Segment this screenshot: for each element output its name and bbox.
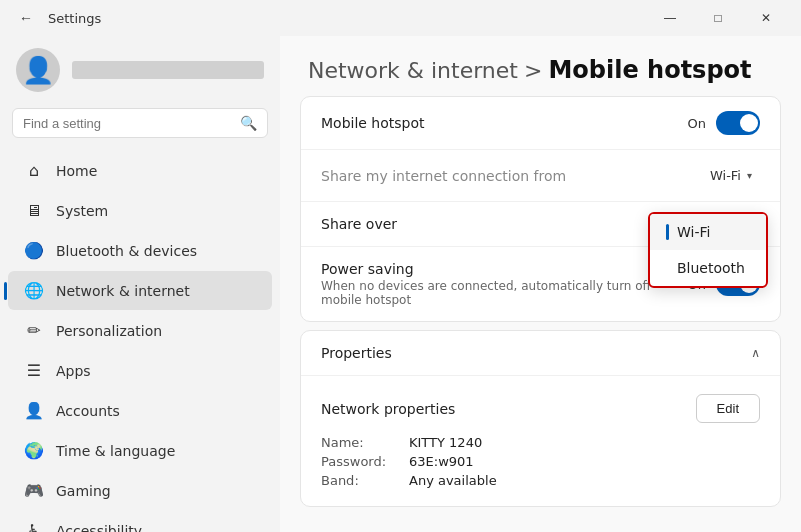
share-from-dropdown[interactable]: Wi-Fi ▾	[702, 164, 760, 187]
nav-list: ⌂ Home 🖥 System 🔵 Bluetooth & devices 🌐 …	[0, 146, 280, 532]
app-title: Settings	[48, 11, 101, 26]
search-icon: 🔍	[240, 115, 257, 131]
sidebar-item-network[interactable]: 🌐 Network & internet	[8, 271, 272, 310]
sidebar-item-label: Apps	[56, 363, 91, 379]
props-table: Name: KITTY 1240 Password: 63E:w901 Band…	[321, 435, 760, 496]
window-controls: — □ ✕	[647, 3, 789, 33]
properties-label: Properties	[321, 345, 392, 361]
prop-row-name: Name: KITTY 1240	[321, 435, 760, 450]
prop-val-name: KITTY 1240	[409, 435, 482, 450]
sidebar-item-label: Network & internet	[56, 283, 190, 299]
dropdown-option-bluetooth[interactable]: Bluetooth	[650, 250, 766, 286]
main-settings-card: Mobile hotspot On Share my internet conn…	[300, 96, 781, 322]
prop-val-password: 63E:w901	[409, 454, 474, 469]
sidebar-item-label: Personalization	[56, 323, 162, 339]
share-over-row: Share over Wi-Fi Bluetooth	[301, 202, 780, 247]
back-button[interactable]: ←	[12, 4, 40, 32]
network-props-header: Network properties Edit	[321, 386, 760, 435]
search-box[interactable]: 🔍	[12, 108, 268, 138]
mobile-hotspot-toggle[interactable]	[716, 111, 760, 135]
sidebar-item-label: Home	[56, 163, 97, 179]
share-over-dropdown-popup: Wi-Fi Bluetooth	[648, 212, 768, 288]
sidebar-item-system[interactable]: 🖥 System	[8, 191, 272, 230]
share-from-value: Wi-Fi	[710, 168, 741, 183]
mobile-hotspot-right: On	[688, 111, 760, 135]
prop-row-band: Band: Any available	[321, 473, 760, 488]
gaming-icon: 🎮	[24, 481, 44, 500]
chevron-up-icon: ∧	[751, 346, 760, 360]
sidebar-item-accessibility[interactable]: ♿ Accessibility	[8, 511, 272, 532]
toggle-thumb	[740, 114, 758, 132]
breadcrumb: Network & internet > Mobile hotspot	[280, 36, 801, 96]
sidebar-item-accounts[interactable]: 👤 Accounts	[8, 391, 272, 430]
time-icon: 🌍	[24, 441, 44, 460]
minimize-button[interactable]: —	[647, 3, 693, 33]
chevron-down-icon: ▾	[747, 170, 752, 181]
content-body: Mobile hotspot On Share my internet conn…	[280, 96, 801, 527]
sidebar-item-personalization[interactable]: ✏️ Personalization	[8, 311, 272, 350]
content-area: Network & internet > Mobile hotspot Mobi…	[280, 36, 801, 532]
close-button[interactable]: ✕	[743, 3, 789, 33]
share-over-label: Share over	[321, 216, 397, 232]
sidebar-item-label: System	[56, 203, 108, 219]
sidebar: 👤 🔍 ⌂ Home 🖥 System 🔵 Bluetooth & device…	[0, 36, 280, 532]
mobile-hotspot-label: Mobile hotspot	[321, 115, 425, 131]
sidebar-item-gaming[interactable]: 🎮 Gaming	[8, 471, 272, 510]
sidebar-item-bluetooth[interactable]: 🔵 Bluetooth & devices	[8, 231, 272, 270]
prop-key-band: Band:	[321, 473, 401, 488]
sidebar-item-label: Accounts	[56, 403, 120, 419]
network-props: Network properties Edit Name: KITTY 1240…	[301, 376, 780, 506]
power-saving-text: Power saving When no devices are connect…	[321, 261, 688, 307]
dropdown-option-label: Bluetooth	[677, 260, 745, 276]
page-title: Mobile hotspot	[548, 56, 751, 84]
mobile-hotspot-state: On	[688, 116, 706, 131]
network-properties-title: Network properties	[321, 401, 455, 417]
properties-header: Properties ∧	[301, 331, 780, 376]
network-icon: 🌐	[24, 281, 44, 300]
bluetooth-icon: 🔵	[24, 241, 44, 260]
accessibility-icon: ♿	[24, 521, 44, 532]
sidebar-item-home[interactable]: ⌂ Home	[8, 151, 272, 190]
title-bar: ← Settings — □ ✕	[0, 0, 801, 36]
main-layout: 👤 🔍 ⌂ Home 🖥 System 🔵 Bluetooth & device…	[0, 36, 801, 532]
sidebar-item-apps[interactable]: ☰ Apps	[8, 351, 272, 390]
breadcrumb-parent: Network & internet	[308, 58, 518, 83]
user-name-bar	[72, 61, 264, 79]
prop-row-password: Password: 63E:w901	[321, 454, 760, 469]
prop-key-password: Password:	[321, 454, 401, 469]
breadcrumb-separator: >	[524, 58, 542, 83]
prop-val-band: Any available	[409, 473, 497, 488]
prop-key-name: Name:	[321, 435, 401, 450]
avatar[interactable]: 👤	[16, 48, 60, 92]
dropdown-option-label: Wi-Fi	[677, 224, 710, 240]
power-saving-label: Power saving	[321, 261, 688, 277]
share-from-row: Share my internet connection from Wi-Fi …	[301, 150, 780, 202]
system-icon: 🖥	[24, 201, 44, 220]
accounts-icon: 👤	[24, 401, 44, 420]
selected-indicator	[666, 224, 669, 240]
sidebar-item-label: Gaming	[56, 483, 111, 499]
power-saving-sublabel: When no devices are connected, automatic…	[321, 279, 688, 307]
titlebar-left: ← Settings	[12, 4, 101, 32]
mobile-hotspot-row: Mobile hotspot On	[301, 97, 780, 150]
properties-card: Properties ∧ Network properties Edit Nam…	[300, 330, 781, 507]
share-from-label: Share my internet connection from	[321, 168, 566, 184]
user-section: 👤	[0, 36, 280, 108]
sidebar-item-label: Accessibility	[56, 523, 142, 533]
apps-icon: ☰	[24, 361, 44, 380]
maximize-button[interactable]: □	[695, 3, 741, 33]
search-input[interactable]	[23, 116, 232, 131]
personalization-icon: ✏️	[24, 321, 44, 340]
sidebar-item-label: Time & language	[56, 443, 175, 459]
sidebar-item-label: Bluetooth & devices	[56, 243, 197, 259]
edit-button[interactable]: Edit	[696, 394, 760, 423]
home-icon: ⌂	[24, 161, 44, 180]
dropdown-option-wifi[interactable]: Wi-Fi	[650, 214, 766, 250]
sidebar-item-time[interactable]: 🌍 Time & language	[8, 431, 272, 470]
avatar-icon: 👤	[22, 55, 54, 85]
